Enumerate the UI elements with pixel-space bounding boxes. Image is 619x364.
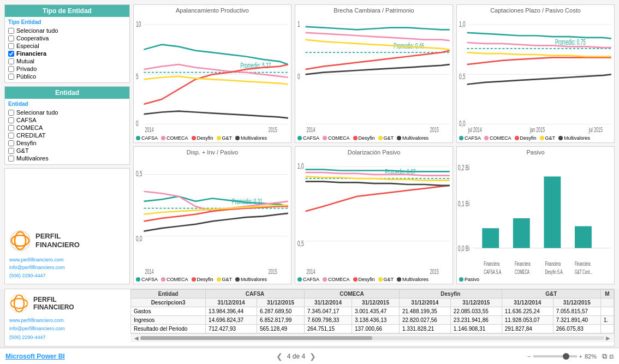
logo-icon-bottom [9, 294, 29, 313]
svg-text:Financiera: Financiera [515, 260, 531, 267]
svg-text:Financiera: Financiera [484, 260, 499, 267]
col-comeca-2015: 31/12/2015 [352, 299, 399, 307]
chart-dolarizacion: Dolarización Pasivo 1,0 0,5 2014 2015 Pr… [295, 146, 453, 285]
filter-financiera[interactable]: Financiera [8, 50, 126, 57]
col-desyfin-2014: 31/12/2014 [399, 299, 450, 307]
svg-text:jul 2015: jul 2015 [588, 126, 603, 134]
table-row: Gastos 13.984.396,44 6.287.689,50 7.345.… [131, 307, 614, 316]
svg-text:0,0: 0,0 [136, 234, 142, 243]
filter-item[interactable]: G&T [8, 147, 126, 154]
fullscreen-button[interactable]: ⧉ [602, 352, 607, 361]
chart-title: Dolarización Pasivo [295, 147, 453, 157]
table-row: Resultado del Periodo 712.427,93 565.128… [131, 325, 614, 333]
svg-point-67 [10, 295, 28, 312]
chart-legend: Pasivo [457, 276, 614, 284]
chart-legend: CAFSA COMECA Desyfin G&T Multivalores [134, 276, 291, 284]
svg-rect-53 [482, 228, 499, 248]
chart-disp: Disp. + Inv / Pasivo 0,5 0,0 2014 2015 P… [133, 146, 291, 285]
chart-pasivo: Pasivo 0,2 Bi 0,1 Bi 0,0 Bi Financiera C… [456, 146, 615, 285]
chart-title: Pasivo [457, 147, 614, 157]
prev-page-button[interactable]: ❮ [276, 352, 283, 361]
chart-legend: CAFSA COMECA Desyfin G&T Multivalores [295, 134, 453, 142]
table-scrollbar[interactable]: ◀ ▶ [130, 333, 614, 342]
filter-item[interactable]: Especial [8, 42, 126, 50]
filter-item[interactable]: COMECA [8, 124, 126, 132]
expand-button[interactable]: ⧈ [609, 352, 614, 361]
filter-item[interactable]: Mutual [8, 57, 126, 65]
col-desyfin: Desyfin [399, 290, 502, 299]
filter-item[interactable]: Multivalores [8, 154, 126, 162]
entidad-filter: Entidad Entidad Selecionar tudo CAFSA CO… [4, 86, 130, 165]
svg-text:0,5: 0,5 [297, 238, 304, 248]
table-section: PERFILFINANCIERO www.perfilfinanciero.co… [4, 289, 615, 347]
chart-title: Captaciones Plazo / Pasivo Costo [457, 5, 614, 15]
svg-text:Financiera: Financiera [575, 260, 591, 267]
page-info: 4 de 4 [287, 353, 305, 360]
chart-body: 0,5 0,0 2014 2015 Promedio: 0.31 [134, 157, 291, 276]
filter-item[interactable]: Selecionar tudo [8, 109, 126, 116]
chart-body: 0,2 Bi 0,1 Bi 0,0 Bi Financiera CAFSA S.… [457, 157, 614, 276]
zoom-level: 82% [585, 353, 597, 360]
svg-text:2015: 2015 [430, 267, 439, 275]
svg-point-0 [10, 231, 30, 250]
charts-panel: Apalancamiento Productivo 10 5 0 2014 20… [133, 4, 615, 284]
scroll-right-arrow[interactable]: ▶ [604, 335, 612, 341]
filter-item[interactable]: CAFSA [8, 116, 126, 124]
tipo-entidad-title: Tipo de Entidad [5, 5, 129, 17]
col-cafsa-2014: 31/12/2014 [206, 299, 257, 307]
svg-text:2015: 2015 [269, 267, 277, 275]
data-table-wrapper: Entidad CAFSA COMECA Desyfin G&T M Descr… [130, 289, 614, 346]
col-gt-2014: 31/12/2014 [502, 299, 553, 307]
filter-item[interactable]: Privado [8, 65, 126, 73]
svg-text:COMECA: COMECA [515, 268, 529, 275]
chart-brecha: Brecha Cambiara / Patrimonio 1 0 2014 20… [295, 4, 453, 143]
svg-text:Promedio: 0.75: Promedio: 0.75 [555, 37, 586, 46]
logo-icon [9, 230, 31, 252]
chart-captaciones: Captaciones Plazo / Pasivo Costo 1,0 0,5… [456, 4, 615, 143]
table-row: Ingresos 14.696.824,37 6.852.817,99 7.60… [131, 316, 614, 325]
col-m-year [600, 299, 614, 307]
scrollbar-thumb[interactable] [140, 336, 372, 340]
col-cafsa-2015: 31/12/2015 [257, 299, 305, 307]
chart-title: Apalancamiento Productivo [134, 5, 291, 15]
bottom-bar: Microsoft Power BI ❮ 4 de 4 ❯ − + 82% ⧉ … [0, 348, 619, 364]
zoom-slider[interactable] [533, 355, 577, 357]
filter-item[interactable]: Selecionar tudo [8, 27, 126, 34]
col-gt-2015: 31/12/2015 [553, 299, 600, 307]
scrollbar-track[interactable] [140, 336, 604, 340]
svg-text:Desyfin S.A.: Desyfin S.A. [545, 268, 563, 275]
svg-text:0,5: 0,5 [136, 169, 142, 178]
next-page-button[interactable]: ❯ [310, 352, 316, 361]
chart-body: 10 5 0 2014 2015 Promedio: 5.27 [134, 15, 291, 134]
chart-body: 1 0 2014 2015 Promedio: 0.46 [295, 15, 453, 134]
svg-text:2014: 2014 [145, 267, 154, 275]
company-name: PERFILFINANCIERO [35, 232, 80, 249]
zoom-minus-button[interactable]: − [527, 353, 531, 360]
svg-point-65 [14, 295, 24, 312]
svg-text:CAFSA S.A.: CAFSA S.A. [484, 268, 502, 275]
powerbi-link[interactable]: Microsoft Power BI [5, 353, 65, 360]
chart-legend: CAFSA COMECA Desyfin G&T Multivalores [457, 134, 614, 142]
entidad-label: Entidad [8, 101, 126, 107]
svg-text:0,5: 0,5 [459, 72, 466, 81]
svg-text:5: 5 [136, 72, 139, 81]
svg-text:1,0: 1,0 [297, 161, 304, 170]
col-desyfin-2015: 31/12/2015 [450, 299, 502, 307]
filter-item[interactable]: Cooperativa [8, 34, 126, 42]
svg-text:jul 2014: jul 2014 [468, 126, 482, 134]
col-m: M [600, 290, 614, 299]
entidad-title: Entidad [5, 87, 129, 99]
scroll-left-arrow[interactable]: ◀ [133, 335, 140, 341]
col-comeca: COMECA [305, 290, 400, 299]
filter-item[interactable]: CREDILAT [8, 132, 126, 139]
contact-bottom: www.perfilfinanciero.com info@perfilfina… [9, 317, 126, 342]
zoom-plus-button[interactable]: + [579, 353, 582, 360]
zoom-thumb[interactable] [563, 353, 569, 360]
filter-item[interactable]: Público [8, 73, 126, 80]
col-entidad: Entidad [131, 290, 206, 299]
svg-text:1: 1 [297, 19, 300, 28]
filter-item[interactable]: Desyfin [8, 139, 126, 147]
svg-text:0,0 Bi: 0,0 Bi [458, 243, 469, 253]
svg-text:2014: 2014 [307, 267, 316, 275]
tipo-entidad-label: Tipo Entidad [8, 19, 126, 25]
